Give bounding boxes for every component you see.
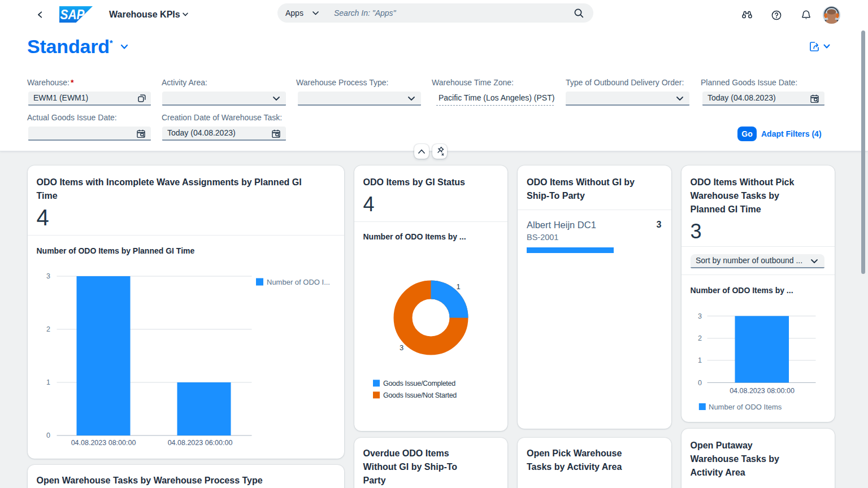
svg-text:3: 3 <box>698 312 702 320</box>
svg-text:3: 3 <box>46 272 50 280</box>
svg-text:04.08.2023 08:00:00: 04.08.2023 08:00:00 <box>71 439 136 447</box>
svg-text:Goods Issue/Completed: Goods Issue/Completed <box>383 380 455 387</box>
svg-text:Number of ODO I...: Number of ODO I... <box>267 278 330 286</box>
svg-text:0: 0 <box>46 432 50 439</box>
svg-text:3: 3 <box>400 343 403 352</box>
svg-text:SAP: SAP <box>60 7 85 22</box>
svg-text:04.08.2023 06:00:00: 04.08.2023 06:00:00 <box>167 439 232 447</box>
svg-text:1: 1 <box>456 282 460 291</box>
svg-text:1: 1 <box>46 378 50 386</box>
svg-text:0: 0 <box>698 379 702 387</box>
svg-text:2: 2 <box>698 334 702 342</box>
svg-text:Goods Issue/Not Started: Goods Issue/Not Started <box>383 391 457 399</box>
svg-text:2: 2 <box>46 325 50 333</box>
svg-text:04.08.2023 08:00:00: 04.08.2023 08:00:00 <box>730 387 795 395</box>
svg-text:Number of ODO Items: Number of ODO Items <box>709 403 782 411</box>
svg-text:1: 1 <box>698 356 702 364</box>
